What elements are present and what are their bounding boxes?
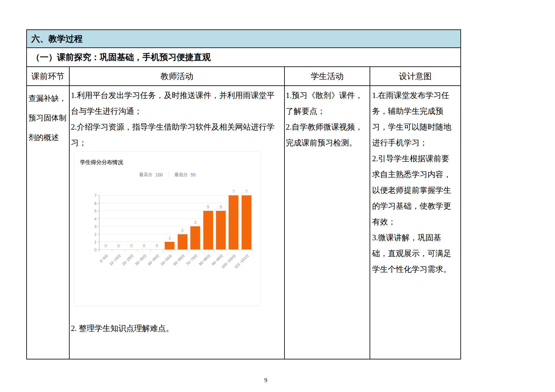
y-axis-label: 1: [89, 240, 97, 244]
bar: [216, 211, 226, 250]
x-axis-label: 40~49分: [147, 253, 161, 267]
chart-category-slot: 00~9分: [99, 195, 112, 250]
x-axis-tick: [201, 250, 202, 251]
y-axis-label: 2: [89, 232, 97, 237]
stat-min-value: 55: [190, 172, 196, 177]
design-cell: 1.在雨课堂发布学习任 务，辅助学生完成预 习，学生可以随时随地 进行手机学习；…: [370, 86, 460, 359]
teacher-activity-text: 1.利用平台发出学习任务，及时推送课件，并利用雨课堂平 台与学生进行沟通； 2.…: [71, 88, 284, 151]
bar-value-label: 0: [117, 243, 120, 248]
x-axis-tick: [189, 250, 189, 251]
table-content-row: 查漏补缺， 预习固体制 剂的概述 1.利用平台发出学习任务，及时推送课件，并利用…: [27, 86, 460, 359]
score-distribution-chart: 学生得分分布情况 最高分 100 最低分 55 0123456700~9分010…: [74, 151, 261, 306]
stage-cell: 查漏补缺， 预习固体制 剂的概述: [27, 86, 70, 359]
bar: [203, 211, 213, 250]
bar-value-label: 0: [105, 243, 107, 248]
chart-category-slot: 7101~101分: [240, 195, 253, 250]
chart-category-slot: 370~79分: [189, 195, 202, 250]
bar-value-label: 5: [207, 205, 209, 209]
table-header-row: 课前环节 教师活动 学生活动 设计意图: [27, 67, 460, 86]
x-axis-label: 70~79分: [185, 253, 199, 267]
header-cell-student: 学生活动: [285, 67, 370, 85]
subsection-row: （一）课前探究：巩固基础，手机预习便捷直观: [27, 48, 460, 67]
header-cell-stage: 课前环节: [27, 67, 70, 85]
x-axis-tick: [176, 250, 176, 251]
chart-category-slot: 040~49分: [151, 195, 163, 250]
chart-category-slot: 260~69分: [176, 195, 189, 250]
subsection-title: （一）课前探究：巩固基础，手机预习便捷直观: [31, 52, 211, 63]
stat-divider: [168, 173, 169, 177]
x-axis-tick: [137, 250, 138, 251]
bar-value-label: 5: [220, 205, 222, 209]
chart-stats: 最高分 100 最低分 55: [74, 172, 260, 178]
y-axis-tick: [98, 234, 99, 234]
y-axis-tick: [98, 211, 99, 211]
chart-plot: 0123456700~9分010~19分020~29分030~39分040~49…: [99, 195, 253, 250]
y-axis-label: 0: [89, 248, 97, 252]
bar: [241, 195, 251, 250]
y-axis-tick: [98, 249, 99, 250]
chart-category-slot: 010~19分: [112, 195, 125, 250]
y-axis-label: 5: [89, 209, 97, 213]
y-axis-tick: [98, 226, 99, 226]
teacher-cell: 1.利用平台发出学习任务，及时推送课件，并利用雨课堂平 台与学生进行沟通； 2.…: [70, 86, 285, 359]
x-axis-label: 60~69分: [172, 253, 186, 267]
bar: [178, 234, 187, 250]
x-axis-tick: [214, 250, 215, 251]
bar: [190, 226, 200, 250]
x-axis-label: 30~39分: [134, 253, 148, 267]
bar: [165, 242, 175, 250]
chart-category-slot: 030~39分: [138, 195, 150, 250]
section-title: 六、教学过程: [31, 33, 83, 45]
student-cell: 1.预习《散剂》课件， 了解要点； 2.自学教师微课视频， 完成课前预习检测。: [285, 86, 370, 359]
stat-max-value: 100: [155, 172, 163, 177]
chart-category-slot: 7100~100分: [227, 195, 240, 250]
bar-value-label: 2: [181, 228, 184, 233]
x-axis-tick: [163, 250, 163, 251]
bar-value-label: 0: [143, 243, 145, 248]
x-axis-tick: [150, 250, 151, 251]
stat-max-label: 最高分: [139, 172, 153, 178]
stat-min-label: 最低分: [174, 172, 188, 178]
y-axis-label: 6: [89, 201, 97, 206]
x-axis-tick: [112, 250, 112, 251]
x-axis-tick: [227, 250, 227, 251]
y-axis-tick: [98, 195, 99, 195]
x-axis-label: 0~9分: [98, 253, 109, 264]
chart-bars-area: 00~9分010~19分020~29分030~39分040~49分150~59分…: [99, 195, 253, 250]
teacher-followup-text: 2. 整理学生知识点理解难点。: [71, 321, 284, 336]
y-axis-tick: [98, 203, 99, 203]
bar-value-label: 7: [245, 189, 247, 194]
bar-value-label: 3: [194, 220, 196, 225]
header-cell-teacher: 教师活动: [70, 67, 285, 85]
chart-category-slot: 580~89分: [202, 195, 214, 250]
bar: [229, 195, 239, 250]
x-axis-label: 80~89分: [198, 253, 212, 267]
y-axis-tick: [98, 242, 99, 242]
x-axis-tick: [240, 250, 240, 251]
section-header-row: 六、教学过程: [27, 30, 460, 48]
x-axis-tick: [253, 250, 253, 251]
chart-category-slot: 150~59分: [163, 195, 176, 250]
lesson-plan-table: 六、教学过程 （一）课前探究：巩固基础，手机预习便捷直观 课前环节 教师活动 学…: [26, 29, 461, 359]
bar-value-label: 0: [130, 243, 132, 248]
bar-value-label: 1: [169, 236, 171, 240]
page-number: 9: [0, 377, 532, 384]
x-axis-label: 10~19分: [108, 253, 122, 267]
y-axis-label: 4: [89, 217, 97, 221]
y-axis-label: 3: [89, 224, 97, 229]
y-axis-label: 7: [89, 193, 97, 198]
x-axis-tick: [125, 250, 125, 251]
bar-value-label: 0: [156, 243, 158, 248]
chart-category-slot: 590~99分: [215, 195, 227, 250]
chart-title: 学生得分分布情况: [80, 159, 123, 166]
x-axis-label: 50~59分: [159, 253, 173, 267]
header-cell-design: 设计意图: [370, 67, 460, 85]
chart-category-slot: 020~29分: [125, 195, 138, 250]
y-axis-tick: [98, 218, 99, 219]
x-axis-label: 20~29分: [121, 253, 135, 267]
bar-value-label: 7: [233, 189, 235, 194]
